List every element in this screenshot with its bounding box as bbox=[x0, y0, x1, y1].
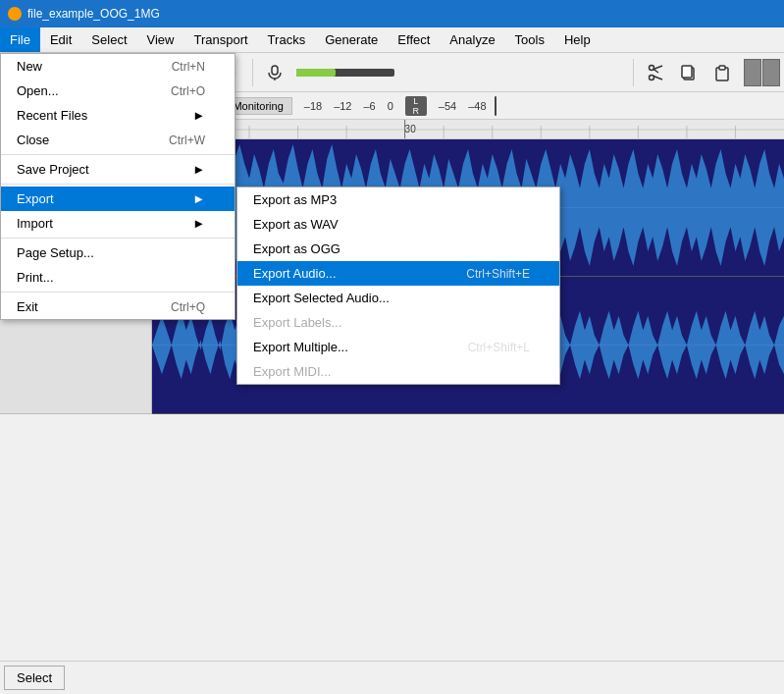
export-selected-audio[interactable]: Export Selected Audio... bbox=[237, 286, 559, 310]
menu-import[interactable]: Import ► bbox=[1, 211, 235, 236]
menu-page-setup[interactable]: Page Setup... bbox=[1, 240, 235, 265]
menu-exit-label: Exit bbox=[17, 299, 38, 314]
menu-new-shortcut: Ctrl+N bbox=[172, 60, 205, 74]
svg-point-7 bbox=[650, 65, 654, 70]
menu-export-arrow: ► bbox=[192, 191, 205, 206]
menu-close-label: Close bbox=[17, 133, 49, 147]
menu-help[interactable]: Help bbox=[554, 27, 601, 52]
export-ogg-label: Export as OGG bbox=[253, 241, 340, 256]
svg-rect-14 bbox=[719, 66, 725, 70]
menu-open-label: Open... bbox=[17, 83, 59, 98]
svg-rect-12 bbox=[682, 66, 692, 78]
export-audio-label: Export Audio... bbox=[253, 266, 337, 281]
export-mp3[interactable]: Export as MP3 bbox=[237, 187, 559, 212]
svg-point-6 bbox=[650, 75, 654, 80]
menu-edit[interactable]: Edit bbox=[40, 27, 81, 52]
menu-effect[interactable]: Effect bbox=[388, 27, 440, 52]
menu-recent-label: Recent Files bbox=[17, 108, 87, 123]
lr-indicator: LR bbox=[405, 96, 427, 116]
export-multiple-shortcut: Ctrl+Shift+L bbox=[468, 341, 530, 354]
menu-recent-files[interactable]: Recent Files ► bbox=[1, 103, 235, 128]
gain-slider[interactable] bbox=[495, 96, 497, 116]
export-multiple[interactable]: Export Multiple... Ctrl+Shift+L bbox=[237, 335, 559, 359]
menu-print[interactable]: Print... bbox=[1, 265, 235, 290]
window-title: file_example_OOG_1MG bbox=[27, 7, 160, 21]
menu-page-setup-label: Page Setup... bbox=[17, 245, 94, 260]
mic-button[interactable] bbox=[259, 57, 290, 88]
menu-import-label: Import bbox=[17, 216, 53, 231]
export-labels-label: Export Labels... bbox=[253, 315, 341, 330]
menu-analyze[interactable]: Analyze bbox=[440, 27, 504, 52]
copy-button[interactable] bbox=[673, 57, 705, 88]
menu-generate[interactable]: Generate bbox=[315, 27, 388, 52]
paste-button[interactable] bbox=[706, 57, 738, 88]
level-0: 0 bbox=[388, 100, 393, 112]
svg-rect-4 bbox=[272, 66, 278, 75]
menu-new[interactable]: New Ctrl+N bbox=[1, 54, 235, 79]
menu-transport[interactable]: Transport bbox=[183, 27, 257, 52]
menu-export-label: Export bbox=[17, 191, 54, 206]
title-bar: file_example_OOG_1MG bbox=[0, 0, 784, 27]
level-minus18: –18 bbox=[304, 100, 322, 112]
menu-print-label: Print... bbox=[17, 270, 54, 285]
toolbar-sep-3 bbox=[633, 59, 634, 86]
svg-line-8 bbox=[653, 66, 662, 70]
svg-line-9 bbox=[653, 76, 662, 80]
menu-save-label: Save Project bbox=[17, 162, 89, 177]
export-wav[interactable]: Export as WAV bbox=[237, 212, 559, 237]
menu-exit-shortcut: Ctrl+Q bbox=[171, 300, 205, 314]
menu-bar: File Edit Select View Transport Tracks G… bbox=[0, 27, 784, 53]
app-icon bbox=[8, 7, 22, 21]
menu-open-shortcut: Ctrl+O bbox=[171, 84, 205, 98]
level-minus6: –6 bbox=[363, 100, 375, 112]
level-minus48: –48 bbox=[468, 100, 486, 112]
menu-import-arrow: ► bbox=[192, 216, 205, 231]
export-submenu: Export as MP3 Export as WAV Export as OG… bbox=[236, 187, 560, 385]
menu-tools[interactable]: Tools bbox=[505, 27, 554, 52]
file-dropdown: New Ctrl+N Open... Ctrl+O Recent Files ►… bbox=[0, 53, 235, 320]
level-labels: –18 –12 –6 0 bbox=[304, 100, 393, 112]
select-button[interactable]: Select bbox=[4, 666, 65, 690]
menu-recent-arrow: ► bbox=[192, 108, 205, 123]
level-minus12: –12 bbox=[334, 100, 351, 112]
divider-2 bbox=[1, 184, 235, 185]
divider-4 bbox=[1, 292, 235, 293]
menu-exit[interactable]: Exit Ctrl+Q bbox=[1, 294, 235, 319]
menu-save-arrow: ► bbox=[192, 162, 205, 177]
menu-tracks[interactable]: Tracks bbox=[258, 27, 316, 52]
export-midi: Export MIDI... bbox=[237, 359, 559, 384]
divider-3 bbox=[1, 238, 235, 239]
divider-1 bbox=[1, 154, 235, 155]
export-audio[interactable]: Export Audio... Ctrl+Shift+E bbox=[237, 261, 559, 286]
menu-new-label: New bbox=[17, 59, 42, 74]
cut-button[interactable] bbox=[640, 57, 671, 88]
menu-select[interactable]: Select bbox=[81, 27, 136, 52]
menu-close-shortcut: Ctrl+W bbox=[169, 133, 205, 147]
menu-close[interactable]: Close Ctrl+W bbox=[1, 128, 235, 152]
export-audio-shortcut: Ctrl+Shift+E bbox=[466, 267, 530, 281]
menu-file[interactable]: File bbox=[0, 27, 40, 52]
right-level-labels: –54 –48 bbox=[439, 100, 487, 112]
bottom-bar: Select bbox=[0, 661, 784, 694]
level-minus54: –54 bbox=[439, 100, 456, 112]
export-midi-label: Export MIDI... bbox=[253, 364, 331, 379]
menu-open[interactable]: Open... Ctrl+O bbox=[1, 79, 235, 103]
menu-save-project[interactable]: Save Project ► bbox=[1, 157, 235, 182]
export-multiple-label: Export Multiple... bbox=[253, 340, 348, 354]
export-mp3-label: Export as MP3 bbox=[253, 192, 337, 207]
svg-line-10 bbox=[653, 69, 658, 73]
menu-view[interactable]: View bbox=[137, 27, 184, 52]
export-selected-label: Export Selected Audio... bbox=[253, 291, 390, 305]
menu-export[interactable]: Export ► Export as MP3 Export as WAV Exp… bbox=[1, 187, 235, 211]
export-labels: Export Labels... bbox=[237, 310, 559, 335]
export-ogg[interactable]: Export as OGG bbox=[237, 237, 559, 261]
export-wav-label: Export as WAV bbox=[253, 217, 339, 232]
toolbar-sep-2 bbox=[252, 59, 253, 86]
